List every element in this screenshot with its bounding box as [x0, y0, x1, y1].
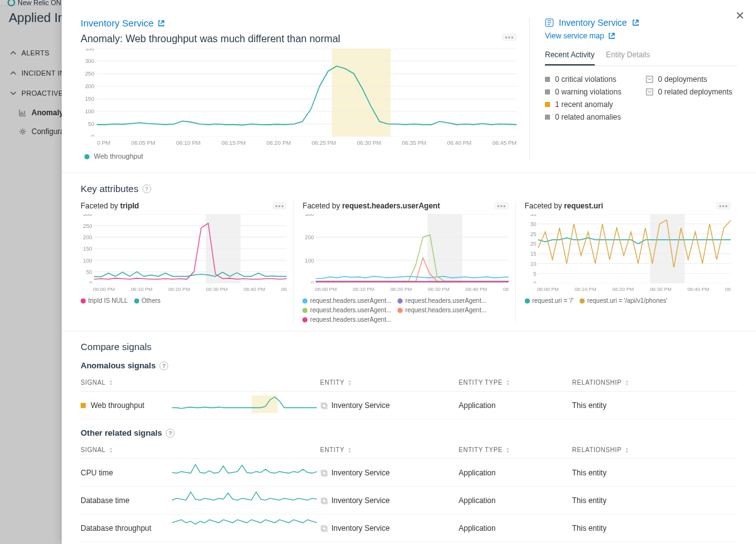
chart-menu-button[interactable]: ••• — [716, 202, 731, 210]
signal-row[interactable]: CPU time Inventory Service Application T… — [81, 459, 737, 487]
chart-menu-button[interactable]: ••• — [273, 202, 287, 210]
legend-dot-icon — [302, 298, 307, 303]
deploy-icon — [646, 76, 653, 83]
svg-text:150: 150 — [83, 246, 92, 252]
entity-cell: Inventory Service — [320, 401, 459, 410]
svg-text:100: 100 — [305, 257, 314, 264]
stat-warning-violations: 0 warning violations — [545, 88, 637, 96]
anomaly-marker-icon — [81, 403, 86, 408]
facet-card: Faceted by tripId ••• 050100150200250300… — [81, 201, 294, 323]
chart-menu-button[interactable]: ••• — [502, 33, 517, 41]
svg-text:0: 0 — [533, 280, 536, 283]
entity-tabs: Recent Activity Entity Details — [545, 50, 737, 66]
svg-rect-63 — [321, 403, 326, 407]
status-square-icon — [545, 77, 550, 82]
help-icon[interactable]: ? — [142, 184, 151, 193]
svg-text:200: 200 — [83, 234, 92, 241]
anomaly-title: Anomaly: Web throughput was much differe… — [81, 33, 517, 45]
facet-x-axis: 06:00 PM06:10 PM06:20 PM06:30 PM06:40 PM… — [525, 285, 731, 295]
svg-rect-62 — [252, 395, 278, 413]
svg-text:250: 250 — [83, 222, 92, 229]
external-link-icon — [632, 19, 639, 26]
sort-icon — [108, 448, 113, 453]
facet-title: Faceted by request.headers.userAgent ••• — [302, 201, 508, 210]
svg-rect-68 — [323, 499, 327, 504]
svg-rect-66 — [323, 472, 327, 476]
col-entity[interactable]: ENTITY — [320, 379, 459, 386]
svg-text:200: 200 — [85, 83, 94, 89]
sort-icon — [108, 380, 113, 385]
view-service-map-link[interactable]: View service map — [545, 31, 616, 40]
key-attributes-title: Key attributes ? — [81, 183, 737, 194]
signal-name: CPU time — [81, 468, 172, 477]
help-icon[interactable]: ? — [159, 361, 168, 370]
facet-legend: request.headers.userAgent...request.head… — [302, 297, 508, 323]
svg-rect-70 — [323, 527, 327, 531]
col-relationship[interactable]: RELATIONSHIP — [572, 379, 737, 386]
table-header-row: SIGNAL ENTITY ENTITY TYPE RELATIONSHIP — [81, 374, 737, 392]
sparkline — [172, 463, 317, 480]
svg-rect-19 — [646, 76, 653, 82]
anomalous-signals-table: SIGNAL ENTITY ENTITY TYPE RELATIONSHIP W… — [81, 374, 737, 419]
relationship-cell: This entity — [572, 401, 737, 410]
compare-signals-section: Compare signals Anomalous signals ? SIGN… — [62, 341, 756, 544]
external-link-icon — [158, 20, 165, 27]
facet-chart: 050100150200250300 — [81, 214, 287, 283]
entity-cell: Inventory Service — [320, 468, 459, 477]
facet-legend: request.uri = '/'request.uri = '/api/v1/… — [525, 297, 731, 304]
col-relationship[interactable]: RELATIONSHIP — [572, 446, 737, 453]
external-link-icon — [608, 32, 616, 40]
tab-entity-details[interactable]: Entity Details — [606, 50, 650, 65]
close-button[interactable]: ✕ — [735, 9, 745, 23]
signal-row[interactable]: Database throughput Inventory Service Ap… — [81, 514, 737, 542]
main-anomaly-chart: 050100150200250300350 — [81, 48, 517, 137]
legend-item: request.uri = '/' — [525, 297, 573, 304]
sparkline — [172, 518, 317, 536]
table-header-row: SIGNAL ENTITY ENTITY TYPE RELATIONSHIP — [81, 441, 737, 459]
col-signal[interactable]: SIGNAL — [81, 446, 320, 453]
status-square-icon — [545, 115, 550, 120]
sort-icon — [624, 380, 629, 385]
svg-text:35: 35 — [530, 214, 536, 217]
svg-text:50: 50 — [86, 268, 93, 275]
service-link[interactable]: Inventory Service — [81, 18, 165, 28]
anomalous-signals-title: Anomalous signals ? — [81, 361, 737, 370]
svg-rect-69 — [321, 526, 326, 530]
legend-item: tripId IS NULL — [81, 297, 128, 304]
svg-text:25: 25 — [530, 230, 536, 237]
tab-recent-activity[interactable]: Recent Activity — [545, 50, 595, 65]
svg-text:30: 30 — [530, 221, 536, 228]
entity-link[interactable]: Inventory Service — [559, 18, 627, 28]
facet-legend: tripId IS NULLOthers — [81, 297, 287, 304]
relationship-cell: This entity — [572, 496, 737, 505]
col-entity[interactable]: ENTITY — [320, 446, 459, 453]
svg-text:350: 350 — [85, 48, 94, 52]
signal-row[interactable]: Database time Inventory Service Applicat… — [81, 487, 737, 514]
col-entity-type[interactable]: ENTITY TYPE — [459, 446, 572, 453]
stats-grid: 0 critical violations 0 deployments 0 wa… — [545, 75, 737, 122]
other-signals-table: SIGNAL ENTITY ENTITY TYPE RELATIONSHIP C… — [81, 441, 737, 544]
legend-item: request.headers.userAgent... — [302, 316, 391, 323]
svg-text:100: 100 — [83, 257, 92, 264]
legend-item: Others — [134, 297, 161, 304]
col-entity-type[interactable]: ENTITY TYPE — [459, 379, 572, 386]
status-square-icon — [545, 102, 550, 107]
legend-dot-icon — [580, 298, 585, 303]
sparkline — [172, 490, 317, 508]
svg-text:200: 200 — [305, 234, 314, 241]
svg-rect-64 — [323, 404, 327, 409]
entity-cell: Inventory Service — [320, 496, 459, 505]
chart-menu-button[interactable]: ••• — [495, 202, 509, 210]
svg-rect-36 — [428, 214, 462, 283]
signal-name: Web throughput — [81, 401, 172, 410]
legend-dot-icon — [302, 308, 307, 313]
col-signal[interactable]: SIGNAL — [81, 379, 320, 386]
entity-summary-panel: Inventory Service View service map Recen… — [529, 18, 737, 160]
main-chart-x-axis: 0 PM06:05 PM06:10 PM06:15 PM06:20 PM06:2… — [81, 139, 517, 146]
help-icon[interactable]: ? — [166, 429, 175, 438]
stat-related-deployments: 0 related deployments — [646, 88, 738, 96]
svg-text:15: 15 — [530, 251, 536, 258]
signal-row[interactable]: Web throughput Inventory Service Applica… — [81, 392, 737, 419]
svg-rect-1 — [332, 48, 391, 137]
svg-text:20: 20 — [530, 241, 536, 247]
